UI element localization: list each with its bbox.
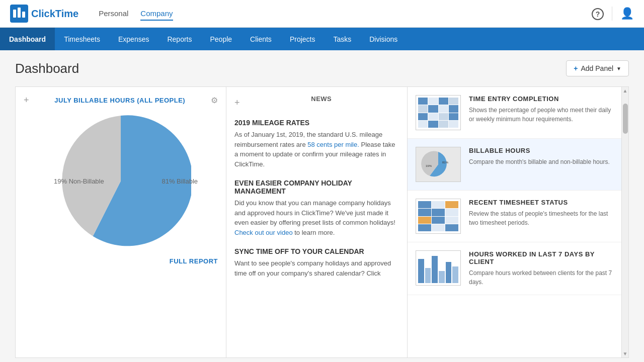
nav-divisions[interactable]: Divisions (360, 28, 407, 50)
logo-text: ClickTime (31, 8, 78, 20)
panel-option-billable[interactable]: 19% 81% BILLABLE HOURS Compare the month… (408, 139, 621, 191)
news-item-mileage: 2019 MILEAGE RATES As of January 1st, 20… (234, 119, 399, 169)
svg-rect-1 (13, 10, 16, 18)
scroll-up-arrow[interactable]: ▲ (623, 88, 628, 94)
chevron-down-icon: ▼ (616, 66, 621, 71)
panel-title-july: JULY (54, 97, 71, 104)
news-item-holiday: EVEN EASIER COMPANY HOLIDAY MANAGEMENT D… (234, 179, 399, 237)
top-nav: Personal Company (99, 7, 592, 21)
gear-icon[interactable]: ⚙ (211, 96, 218, 105)
time-entry-option-title: TIME ENTRY COMPLETION (469, 95, 613, 103)
hours-client-option-title: HOURS WORKED IN LAST 7 DAYS BY CLIENT (469, 250, 613, 265)
billable-hours-panel: + JULY BILLABLE HOURS (ALL PEOPLE) ⚙ 19%… (15, 86, 226, 358)
news-panel: + NEWS 2019 MILEAGE RATES As of January … (226, 86, 408, 358)
nav-reports[interactable]: Reports (158, 28, 201, 50)
time-entry-option-desc: Shows the percentage of people who meet … (469, 106, 613, 124)
panel-title-rest: BILLABLE HOURS (ALL PEOPLE) (71, 97, 185, 104)
nav-tasks[interactable]: Tasks (324, 28, 360, 50)
top-nav-personal[interactable]: Personal (99, 7, 128, 21)
help-button[interactable]: ? (592, 8, 604, 20)
timesheet-status-option-title: RECENT TIMESHEET STATUS (469, 199, 613, 206)
timesheet-status-thumb (416, 199, 461, 234)
news-header: + NEWS (234, 95, 399, 111)
news-mileage-body: As of January 1st, 2019, the standard U.… (234, 130, 399, 169)
news-calendar-body-start: Want to see people's company holidays an… (234, 259, 391, 277)
news-item-calendar: SYNC TIME OFF TO YOUR CALENDAR Want to s… (234, 247, 399, 278)
svg-text:19%: 19% (426, 164, 432, 167)
nav-expenses[interactable]: Expenses (109, 28, 158, 50)
time-entry-thumb (416, 95, 461, 130)
panel-option-timesheet-status[interactable]: RECENT TIMESHEET STATUS Review the statu… (408, 191, 621, 242)
pie-chart-container: 19% Non-Billable 81% Billable (24, 111, 218, 251)
timesheet-status-option-text: RECENT TIMESHEET STATUS Review the statu… (469, 199, 613, 227)
nav-clients[interactable]: Clients (241, 28, 281, 50)
billable-thumb-pie: 19% 81% (416, 147, 460, 182)
billable-label: 81% Billable (162, 177, 198, 185)
news-title: NEWS (244, 95, 399, 103)
billable-option-desc: Compare the month's billable and non-bil… (469, 157, 610, 166)
nav-projects[interactable]: Projects (281, 28, 325, 50)
add-panel-label: Add Panel (581, 64, 613, 72)
help-icon: ? (592, 8, 604, 20)
billable-panel-title: JULY BILLABLE HOURS (ALL PEOPLE) (29, 97, 211, 104)
full-report-anchor[interactable]: FULL REPORT (170, 257, 218, 265)
panel-option-time-entry[interactable]: TIME ENTRY COMPLETION Shows the percenta… (408, 87, 621, 139)
add-panel-button[interactable]: + Add Panel ▼ (566, 60, 629, 76)
billable-option-title: BILLABLE HOURS (469, 147, 610, 154)
full-report-link[interactable]: FULL REPORT (24, 256, 218, 265)
news-mileage-link[interactable]: 58 cents per mile. (307, 141, 359, 148)
billable-panel-header: + JULY BILLABLE HOURS (ALL PEOPLE) ⚙ (24, 95, 218, 106)
nav-people[interactable]: People (201, 28, 241, 50)
billable-mini-pie: 19% 81% (418, 149, 458, 179)
top-bar: ClickTime Personal Company ? 👤 (0, 0, 644, 28)
page-content: Dashboard + Add Panel ▼ + JULY BILLABLE … (0, 50, 644, 362)
hours-client-thumb (416, 250, 461, 286)
news-holiday-body: Did you know that you can manage company… (234, 198, 399, 237)
scroll-down-arrow[interactable]: ▼ (623, 351, 628, 356)
nav-timesheets[interactable]: Timesheets (55, 28, 109, 50)
news-mileage-title: 2019 MILEAGE RATES (234, 119, 399, 127)
billable-thumb: 19% 81% (416, 147, 461, 182)
news-add-icon[interactable]: + (234, 98, 240, 108)
nav-dashboard[interactable]: Dashboard (0, 28, 55, 50)
time-entry-text: TIME ENTRY COMPLETION Shows the percenta… (469, 95, 613, 124)
panel-options-list: TIME ENTRY COMPLETION Shows the percenta… (408, 87, 621, 357)
scroll-thumb[interactable] (623, 104, 628, 134)
news-calendar-title: SYNC TIME OFF TO YOUR CALENDAR (234, 247, 399, 255)
time-entry-thumb-grid (416, 96, 460, 130)
billable-option-text: BILLABLE HOURS Compare the month's billa… (469, 147, 610, 166)
nav-bar: Dashboard Timesheets Expenses Reports Pe… (0, 28, 644, 50)
user-button[interactable]: 👤 (620, 7, 634, 20)
hours-client-option-desc: Compare hours worked between clients for… (469, 268, 613, 287)
timesheet-status-option-desc: Review the status of people's timesheets… (469, 209, 613, 227)
top-divider (612, 7, 612, 21)
hours-client-option-text: HOURS WORKED IN LAST 7 DAYS BY CLIENT Co… (469, 250, 613, 287)
top-icons: ? 👤 (592, 7, 634, 21)
hours-client-bar-chart (416, 251, 460, 285)
svg-rect-2 (18, 8, 21, 18)
news-holiday-body-start: Did you know that you can manage company… (234, 199, 395, 226)
page-title: Dashboard (15, 61, 79, 76)
logo: ClickTime (10, 5, 78, 23)
logo-icon (10, 5, 28, 23)
news-calendar-body: Want to see people's company holidays an… (234, 258, 399, 278)
scrollbar[interactable]: ▲ ▼ (621, 87, 628, 357)
svg-rect-3 (22, 12, 25, 18)
add-panel-overlay: TIME ENTRY COMPLETION Shows the percenta… (408, 86, 629, 358)
news-holiday-body-end: to learn more. (293, 229, 335, 236)
page-header: Dashboard + Add Panel ▼ (15, 60, 629, 76)
plus-icon: + (574, 64, 578, 72)
svg-text:81%: 81% (442, 161, 449, 164)
panels-row: + JULY BILLABLE HOURS (ALL PEOPLE) ⚙ 19%… (15, 86, 629, 358)
non-billable-label: 19% Non-Billable (54, 177, 104, 185)
timesheet-status-thumb-grid (416, 199, 460, 233)
top-nav-company[interactable]: Company (140, 7, 173, 21)
panel-add-icon[interactable]: + (24, 95, 29, 106)
panel-option-hours-client[interactable]: HOURS WORKED IN LAST 7 DAYS BY CLIENT Co… (408, 242, 621, 295)
news-holiday-link[interactable]: Check out our video (234, 229, 293, 236)
news-holiday-title: EVEN EASIER COMPANY HOLIDAY MANAGEMENT (234, 179, 399, 195)
user-icon: 👤 (620, 7, 634, 20)
